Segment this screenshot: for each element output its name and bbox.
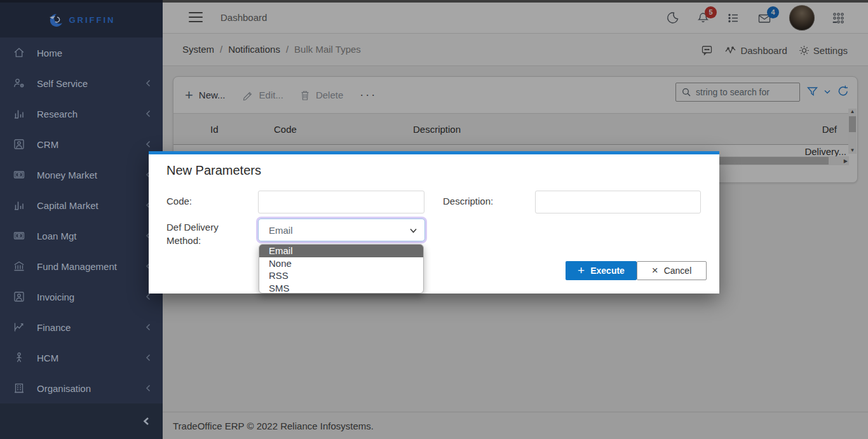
- sidebar-item-finance[interactable]: Finance: [0, 312, 163, 342]
- description-label: Description:: [443, 196, 493, 206]
- person-icon: [13, 351, 25, 364]
- bar-chart-icon: [13, 107, 25, 120]
- chevron-down-icon: [409, 227, 417, 234]
- sidebar-item-label: Organisation: [37, 383, 91, 394]
- chevron-left-icon: [144, 382, 153, 394]
- sidebar-item-label: Fund Management: [37, 261, 117, 272]
- sidebar-item-label: Finance: [37, 322, 71, 333]
- chevron-left-icon: [144, 352, 153, 363]
- sidebar-item-organisation[interactable]: Organisation: [0, 373, 163, 403]
- delivery-method-select[interactable]: Email: [258, 219, 425, 241]
- execute-button-label: Execute: [590, 266, 625, 276]
- contact-card-icon: [13, 290, 25, 303]
- cancel-button[interactable]: × Cancel: [637, 261, 707, 280]
- description-field[interactable]: [535, 191, 701, 213]
- code-field[interactable]: [258, 191, 424, 213]
- sidebar-item-label: CRM: [37, 139, 58, 150]
- option-rss[interactable]: RSS: [259, 269, 423, 282]
- chevron-left-icon: [144, 321, 153, 333]
- banknote-icon: [13, 229, 25, 242]
- sidebar-item-capital-market[interactable]: Capital Market: [0, 190, 163, 220]
- sidebar-item-fund-management[interactable]: Fund Management: [0, 251, 163, 281]
- app-root: GRIFFIN Home Self Service: [0, 0, 868, 439]
- sidebar-menu: Home Self Service Research: [0, 37, 163, 403]
- finance-chart-icon: [13, 321, 25, 334]
- griffin-logo-icon: [48, 13, 64, 27]
- bank-icon: [13, 260, 25, 273]
- close-icon: ×: [652, 266, 658, 275]
- logo-text: GRIFFIN: [69, 15, 116, 25]
- option-none[interactable]: None: [259, 257, 423, 270]
- chevron-left-icon: [144, 138, 153, 150]
- sidebar-item-hcm[interactable]: HCM: [0, 342, 163, 373]
- chevron-left-icon: [144, 78, 153, 89]
- sidebar-item-label: Invoicing: [37, 292, 74, 302]
- sidebar-item-label: Money Market: [37, 170, 97, 180]
- delivery-method-label: Def Delivery Method:: [166, 220, 238, 247]
- collapse-sidebar-icon[interactable]: [141, 414, 151, 428]
- sidebar-item-money-market[interactable]: Money Market: [0, 159, 163, 190]
- sidebar-item-self-service[interactable]: Self Service: [0, 68, 163, 98]
- sidebar-item-loan-mgt[interactable]: Loan Mgt: [0, 220, 163, 251]
- bar-chart-icon: [13, 199, 25, 212]
- sidebar-item-label: HCM: [37, 353, 58, 363]
- sidebar: GRIFFIN Home Self Service: [0, 0, 163, 439]
- sidebar-item-invoicing[interactable]: Invoicing: [0, 281, 163, 312]
- user-gear-icon: [13, 77, 25, 90]
- sidebar-item-crm[interactable]: CRM: [0, 129, 163, 159]
- sidebar-item-label: Loan Mgt: [37, 231, 77, 241]
- option-sms[interactable]: SMS: [259, 282, 423, 294]
- sidebar-footer: [0, 403, 163, 439]
- contact-card-icon: [13, 138, 25, 151]
- sidebar-item-label: Self Service: [37, 78, 88, 89]
- code-label: Code:: [166, 196, 192, 206]
- plus-icon: +: [578, 266, 585, 275]
- delivery-method-value: Email: [269, 225, 293, 236]
- building-icon: [13, 382, 25, 395]
- dialog-title: New Parameters: [166, 163, 261, 178]
- sidebar-item-research[interactable]: Research: [0, 98, 163, 129]
- sidebar-item-home[interactable]: Home: [0, 37, 163, 68]
- sidebar-item-label: Research: [37, 109, 78, 119]
- delivery-method-options: Email None RSS SMS: [259, 244, 424, 294]
- banknote-icon: [13, 168, 25, 181]
- chevron-left-icon: [144, 108, 153, 119]
- new-parameters-dialog: New Parameters Code: Description: Def De…: [149, 151, 719, 294]
- logo[interactable]: GRIFFIN: [0, 0, 163, 37]
- home-icon: [13, 46, 25, 59]
- sidebar-item-label: Home: [37, 48, 62, 58]
- option-email[interactable]: Email: [259, 245, 423, 257]
- cancel-button-label: Cancel: [664, 266, 692, 276]
- sidebar-item-label: Capital Market: [37, 200, 98, 211]
- execute-button[interactable]: + Execute: [566, 261, 637, 280]
